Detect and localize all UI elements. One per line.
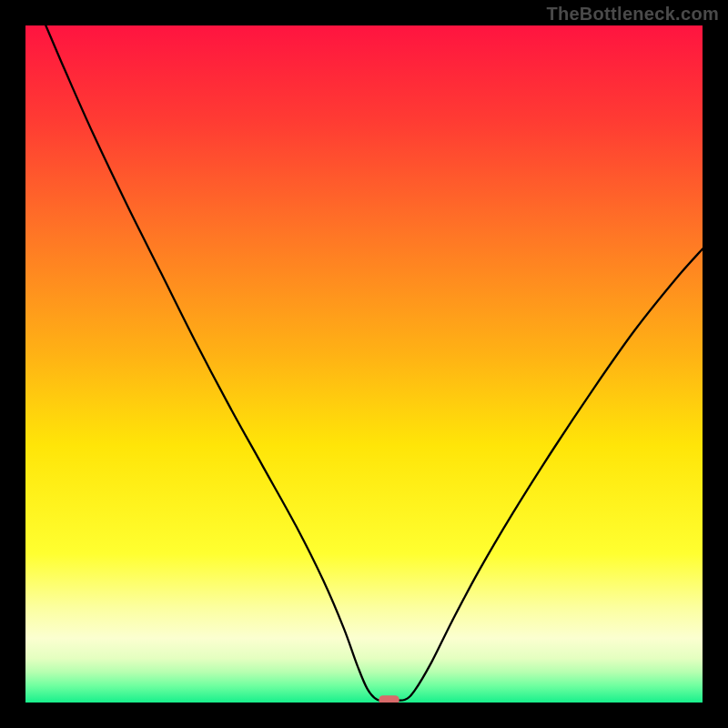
plot-svg (25, 25, 703, 703)
plot-area (25, 25, 703, 703)
background-gradient (25, 25, 703, 703)
chart-frame: TheBottleneck.com (0, 0, 728, 728)
watermark-text: TheBottleneck.com (546, 4, 719, 25)
optimal-marker (379, 695, 399, 703)
